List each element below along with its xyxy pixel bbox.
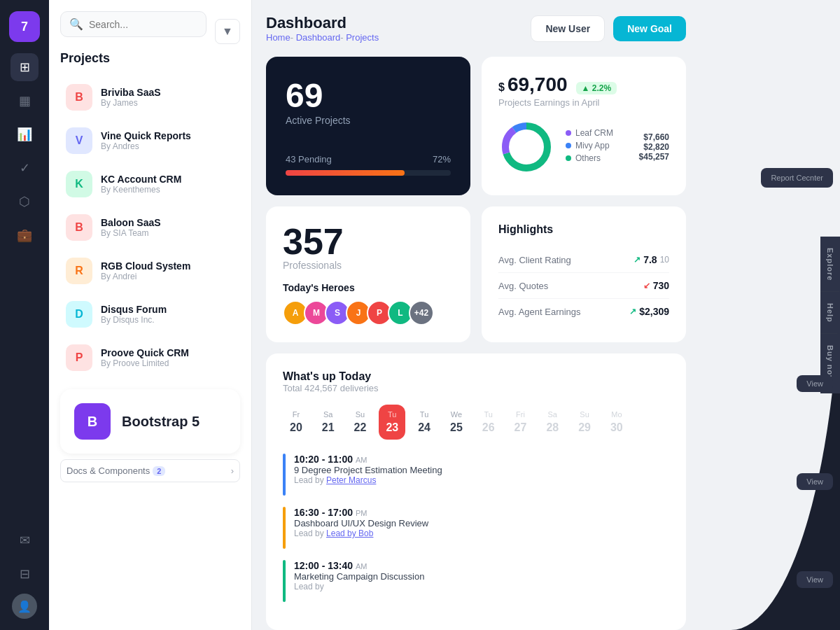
earnings-amounts: $7,660 $2,820 $45,257 xyxy=(639,132,669,162)
day-name: Tu xyxy=(418,410,430,419)
earnings-donut-chart xyxy=(498,119,554,175)
project-info: Baloon SaaS By SIA Team xyxy=(101,217,161,238)
sidebar-icon-modules[interactable]: ▦ xyxy=(10,87,38,115)
project-item[interactable]: B Baloon SaaS By SIA Team xyxy=(60,207,240,248)
project-item[interactable]: K KC Account CRM By Keenthemes xyxy=(60,164,240,204)
filter-button[interactable]: ▼ xyxy=(215,19,240,44)
new-user-button[interactable]: New User xyxy=(531,15,605,42)
day-name: Sa xyxy=(322,410,335,419)
highlight-row: Avg. Agent Earnings ↗ $2,309 xyxy=(498,299,669,324)
docs-link[interactable]: Docs & Components 2 › xyxy=(60,459,240,482)
day-number: 27 xyxy=(514,421,527,434)
schedule-title: What's up Today xyxy=(283,370,379,383)
earnings-label: Projects Earnings in April xyxy=(498,97,669,108)
highlight-row: Avg. Quotes ↙ 730 xyxy=(498,273,669,299)
project-author: By Andrei xyxy=(101,272,190,281)
day-name: Su xyxy=(354,410,367,419)
calendar-day[interactable]: Sa21 xyxy=(315,405,342,440)
calendar-day[interactable]: Mo30 xyxy=(603,405,630,440)
calendar-day[interactable]: Su22 xyxy=(347,405,374,440)
project-name: Disqus Forum xyxy=(101,304,167,315)
project-item[interactable]: D Disqus Forum By Disqus Inc. xyxy=(60,294,240,335)
project-author: By Disqus Inc. xyxy=(101,315,167,325)
highlight-value: ↗ 7.8 10 xyxy=(634,254,669,265)
project-info: Proove Quick CRM By Proove Limited xyxy=(101,347,189,368)
filter-icon: ▼ xyxy=(222,25,233,38)
calendar-day[interactable]: Sa28 xyxy=(539,405,566,440)
highlight-key: Avg. Client Rating xyxy=(498,255,571,265)
project-item[interactable]: P Proove Quick CRM By Proove Limited xyxy=(60,337,240,378)
earnings-amount: 69,700 xyxy=(507,74,568,96)
view-button-2[interactable]: View xyxy=(797,473,833,490)
day-name: Tu xyxy=(386,410,398,419)
report-center-button[interactable]: Report Cecnter xyxy=(761,168,833,188)
help-button[interactable]: Help xyxy=(820,292,840,334)
amount-others: $45,257 xyxy=(639,152,669,162)
sidebar-icon-grid[interactable]: ⊟ xyxy=(10,560,38,588)
day-number: 21 xyxy=(322,421,335,434)
search-input[interactable] xyxy=(89,19,197,30)
day-number: 25 xyxy=(450,421,463,434)
page-header: Dashboard Home- Dashboard- Projects New … xyxy=(266,14,686,43)
projects-list: B Briviba SaaS By James V Vine Quick Rep… xyxy=(60,77,240,378)
sidebar-icon-dashboard[interactable]: ⊞ xyxy=(10,53,38,81)
event-lead-link[interactable]: Peter Marcus xyxy=(326,475,376,485)
project-item[interactable]: R RGB Cloud System By Andrei xyxy=(60,251,240,291)
view-btn-2-label[interactable]: View xyxy=(797,473,833,490)
search-bar[interactable]: 🔍 xyxy=(60,11,206,37)
projects-heading: Projects xyxy=(60,51,240,66)
active-projects-label: Active Projects xyxy=(286,115,451,126)
explore-button[interactable]: Explore xyxy=(820,237,840,292)
schedule-card: What's up Today Total 424,567 deliveries… xyxy=(266,354,686,630)
event-details: 16:30 - 17:00 PM Dashboard UI/UX Design … xyxy=(294,507,428,538)
day-name: Mo xyxy=(610,410,623,419)
user-badge[interactable]: 7 xyxy=(9,11,40,42)
project-author: By Andres xyxy=(101,141,191,151)
day-number: 23 xyxy=(386,421,398,434)
trend-down-icon: ↙ xyxy=(643,281,650,290)
professionals-label: Professionals xyxy=(283,260,454,271)
new-goal-button[interactable]: New Goal xyxy=(613,16,686,41)
calendar-day[interactable]: Fri27 xyxy=(507,405,534,440)
project-icon: P xyxy=(66,344,92,371)
bootstrap-icon: B xyxy=(74,403,111,440)
event-period: AM xyxy=(356,456,368,464)
main-content: Dashboard Home- Dashboard- Projects New … xyxy=(252,0,700,630)
project-item[interactable]: V Vine Quick Reports By Andres xyxy=(60,120,240,161)
calendar-day[interactable]: Tu24 xyxy=(411,405,438,440)
earnings-legend: Leaf CRM Mivy App Others xyxy=(566,128,628,166)
view-btn-1-label[interactable]: View xyxy=(797,375,833,392)
day-number: 29 xyxy=(578,421,591,434)
view-btn-3-label[interactable]: View xyxy=(797,571,833,588)
project-item[interactable]: B Briviba SaaS By James xyxy=(60,77,240,118)
day-name: We xyxy=(450,410,463,419)
project-author: By James xyxy=(101,98,161,108)
sidebar-icon-analytics[interactable]: 📊 xyxy=(10,120,38,148)
breadcrumb-dashboard[interactable]: Dashboard xyxy=(296,32,341,43)
calendar-day[interactable]: Su29 xyxy=(571,405,598,440)
report-btn-label[interactable]: Report Cecnter xyxy=(761,168,833,188)
sidebar-icon-tasks[interactable]: ✓ xyxy=(10,154,38,182)
breadcrumb-home[interactable]: Home xyxy=(266,32,290,43)
calendar-day[interactable]: Fr20 xyxy=(283,405,309,440)
view-button-3[interactable]: View xyxy=(797,571,833,588)
view-button-1[interactable]: View xyxy=(797,375,833,392)
bootstrap-title: Bootstrap 5 xyxy=(122,414,200,430)
calendar-day[interactable]: We25 xyxy=(443,405,470,440)
event-lead-link[interactable]: Lead by Bob xyxy=(326,528,373,538)
event-lead: Lead by xyxy=(294,582,424,592)
sidebar-icon-messages[interactable]: ✉ xyxy=(10,526,38,554)
calendar-day[interactable]: Tu23 xyxy=(379,405,405,440)
project-name: RGB Cloud System xyxy=(101,260,190,272)
day-name: Sa xyxy=(546,410,559,419)
right-panel: Report Cecnter Explore Help Buy now View… xyxy=(700,0,840,630)
sidebar-icon-work[interactable]: 💼 xyxy=(10,221,38,249)
event-lead: Lead by Peter Marcus xyxy=(294,475,442,485)
calendar-day[interactable]: Tu26 xyxy=(475,405,502,440)
percent-label: 72% xyxy=(433,154,451,164)
sidebar-icon-layers[interactable]: ⬡ xyxy=(10,188,38,216)
trend-up-icon: ↗ xyxy=(634,255,640,265)
breadcrumb-projects[interactable]: Projects xyxy=(346,32,379,43)
project-name: Vine Quick Reports xyxy=(101,130,191,141)
user-avatar[interactable]: 👤 xyxy=(12,594,37,619)
